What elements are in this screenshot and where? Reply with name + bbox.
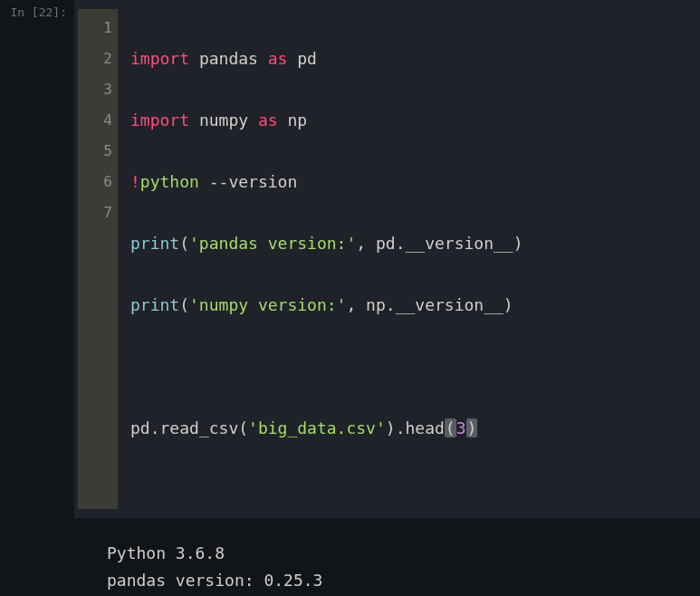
- stdout-output: Python 3.6.8 pandas version: 0.25.3 nump…: [74, 518, 700, 596]
- code-line[interactable]: print('numpy version:', np.__version__): [130, 290, 687, 321]
- code-line[interactable]: !python --version: [130, 167, 687, 197]
- line-number-gutter: 1 2 3 4 5 6 7: [78, 9, 118, 509]
- code-line[interactable]: [130, 351, 687, 382]
- line-number: 4: [83, 105, 112, 136]
- line-number: 7: [83, 197, 112, 228]
- notebook-cell: In [22]: 1 2 3 4 5 6 7 import pandas as …: [0, 0, 700, 518]
- code-editor[interactable]: import pandas as pd import numpy as np !…: [118, 9, 700, 509]
- line-number: 2: [83, 43, 112, 74]
- stdout-line: Python 3.6.8: [107, 543, 225, 562]
- line-number: 1: [83, 13, 112, 43]
- line-number: 6: [83, 167, 112, 197]
- code-line[interactable]: pd.read_csv('big_data.csv').head(3): [130, 413, 687, 444]
- code-line[interactable]: import numpy as np: [130, 105, 687, 136]
- code-input-area[interactable]: 1 2 3 4 5 6 7 import pandas as pd import…: [74, 0, 700, 518]
- code-line[interactable]: import pandas as pd: [130, 43, 687, 74]
- input-prompt: In [22]:: [0, 0, 74, 19]
- code-line[interactable]: print('pandas version:', pd.__version__): [130, 228, 687, 259]
- line-number: 5: [83, 136, 112, 167]
- stdout-line: pandas version: 0.25.3: [107, 571, 322, 590]
- line-number: 3: [83, 74, 112, 105]
